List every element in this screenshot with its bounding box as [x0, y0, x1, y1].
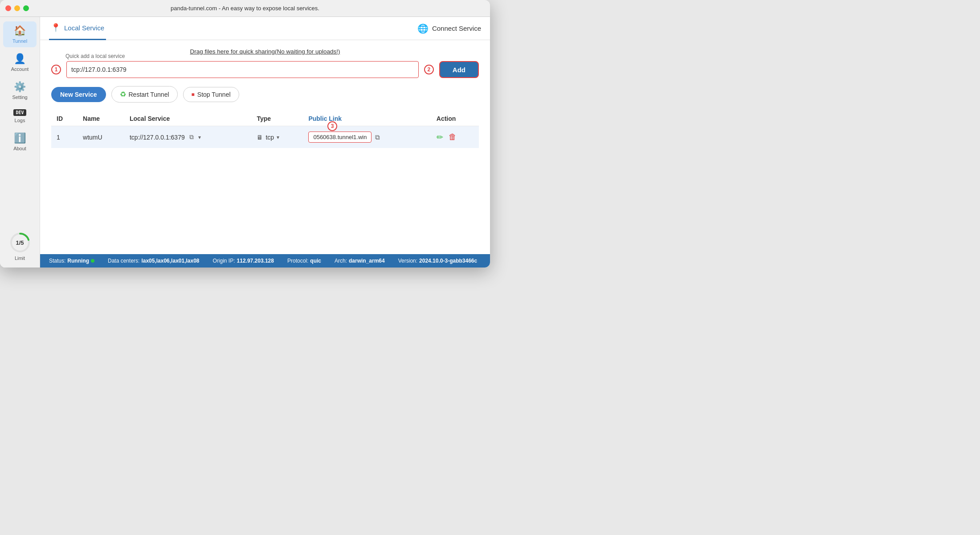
version-key: Version: — [398, 258, 417, 264]
col-local-service: Local Service — [124, 111, 251, 126]
action-buttons: New Service ♻ Restart Tunnel ■ Stop Tunn… — [51, 86, 479, 103]
sidebar-label-setting: Setting — [12, 95, 27, 100]
limit-container: 1/5 Limit — [9, 231, 31, 261]
type-value: tcp — [265, 134, 274, 141]
delete-button[interactable]: 🗑 — [449, 132, 457, 142]
status-value: Running — [67, 258, 89, 264]
table-header: ID Name Local Service Type Public Link A… — [51, 111, 479, 126]
sidebar-item-tunnel[interactable]: 🏠 Tunnel — [3, 21, 37, 47]
status-datacenters: Data centers: lax05,lax06,lax01,lax08 — [108, 258, 200, 264]
status-version: Version: 2024.10.0-3-gabb3466c — [398, 258, 477, 264]
tab-local-service[interactable]: 📍 Local Service — [49, 16, 106, 40]
status-protocol: Protocol: quic — [287, 258, 321, 264]
info-icon: ℹ️ — [14, 132, 26, 144]
local-service-value: tcp://127.0.0.1:6379 — [130, 134, 185, 141]
gear-icon: ⚙️ — [14, 81, 26, 93]
sidebar: 🏠 Tunnel 👤 Account ⚙️ Setting DEV Logs ℹ… — [0, 17, 40, 268]
quick-add-input[interactable] — [66, 61, 419, 78]
add-button[interactable]: Add — [439, 61, 479, 78]
sidebar-label-account: Account — [11, 66, 29, 72]
sidebar-label-tunnel: Tunnel — [12, 38, 27, 44]
tab-bar: 📍 Local Service 🌐 Connect Service — [40, 17, 490, 40]
cell-public-link: 0560638.tunnel1.win ⧉ — [303, 126, 431, 148]
col-id: ID — [51, 111, 78, 126]
limit-value: 1/5 — [16, 239, 24, 246]
globe-icon: 🌐 — [417, 23, 429, 34]
status-running: Status: Running — [49, 258, 94, 264]
cell-type: 🖥 tcp ▾ — [251, 126, 303, 148]
protocol-key: Protocol: — [287, 258, 308, 264]
origin-key: Origin IP: — [213, 258, 235, 264]
minimize-button[interactable] — [14, 5, 20, 11]
close-button[interactable] — [5, 5, 11, 11]
status-arch: Arch: darwin_arm64 — [335, 258, 385, 264]
app-container: 🏠 Tunnel 👤 Account ⚙️ Setting DEV Logs ℹ… — [0, 17, 490, 268]
status-dot — [91, 259, 94, 263]
arch-value: darwin_arm64 — [349, 258, 385, 264]
origin-value: 112.97.203.128 — [237, 258, 274, 264]
tab-local-service-label: Local Service — [64, 24, 104, 32]
maximize-button[interactable] — [23, 5, 29, 11]
traffic-lights — [5, 5, 29, 11]
main-content: 📍 Local Service 🌐 Connect Service Drag f… — [40, 17, 490, 268]
home-icon: 🏠 — [14, 25, 26, 37]
sidebar-label-logs: Logs — [15, 118, 25, 123]
logs-icon: DEV — [13, 109, 26, 116]
step-3-badge: 3 — [327, 121, 337, 131]
sidebar-item-setting[interactable]: ⚙️ Setting — [3, 78, 37, 103]
sidebar-item-about[interactable]: ℹ️ About — [3, 129, 37, 155]
account-icon: 👤 — [14, 53, 26, 65]
stop-tunnel-button[interactable]: ■ Stop Tunnel — [183, 87, 239, 102]
limit-label: Limit — [15, 255, 25, 261]
col-name: Name — [78, 111, 124, 126]
connect-service-tab[interactable]: 🌐 Connect Service — [417, 23, 481, 34]
restart-tunnel-button[interactable]: ♻ Restart Tunnel — [111, 86, 178, 103]
step-2-badge: 2 — [424, 65, 434, 74]
col-type: Type — [251, 111, 303, 126]
stop-icon: ■ — [192, 91, 195, 98]
local-service-icon: 📍 — [51, 23, 61, 33]
col-action: Action — [431, 111, 479, 126]
sidebar-item-account[interactable]: 👤 Account — [3, 49, 37, 75]
sidebar-label-about: About — [13, 146, 26, 151]
local-service-dropdown[interactable]: ▾ — [198, 134, 201, 140]
cell-id: 1 — [51, 126, 78, 148]
sidebar-item-logs[interactable]: DEV Logs — [3, 106, 37, 127]
copy-public-link-button[interactable]: ⧉ — [375, 133, 380, 141]
titlebar: panda-tunnel.com - An easy way to expose… — [0, 0, 490, 17]
stop-label: Stop Tunnel — [197, 91, 231, 98]
cell-name: wtumU — [78, 126, 124, 148]
quick-add-section: Quick add a local service 1 2 Add — [51, 61, 479, 78]
restart-label: Restart Tunnel — [129, 91, 169, 98]
type-icon: 🖥 — [257, 134, 263, 141]
datacenters-key: Data centers: — [108, 258, 139, 264]
edit-button[interactable]: ✏ — [437, 132, 443, 142]
datacenters-value: lax05,lax06,lax01,lax08 — [141, 258, 199, 264]
window-title: panda-tunnel.com - An easy way to expose… — [171, 5, 319, 12]
cell-action: ✏ 🗑 — [431, 126, 479, 148]
connect-service-label: Connect Service — [432, 25, 481, 32]
new-service-button[interactable]: New Service — [51, 87, 106, 102]
quick-add-label: Quick add a local service — [65, 53, 125, 59]
protocol-value: quic — [310, 258, 321, 264]
step-1-badge: 1 — [51, 65, 61, 74]
version-value: 2024.10.0-3-gabb3466c — [419, 258, 477, 264]
col-public-link: Public Link — [303, 111, 431, 126]
type-dropdown[interactable]: ▾ — [277, 134, 279, 140]
arch-key: Arch: — [335, 258, 347, 264]
table-row: 1 wtumU tcp://127.0.0.1:6379 ⧉ ▾ 🖥 tcp ▾… — [51, 126, 479, 148]
status-bar: Status: Running Data centers: lax05,lax0… — [40, 254, 490, 268]
table-wrapper: 3 ID Name Local Service Type Public Link… — [51, 111, 479, 148]
copy-local-service-button[interactable]: ⧉ — [188, 132, 195, 142]
limit-circle: 1/5 — [9, 231, 31, 254]
table-body: 1 wtumU tcp://127.0.0.1:6379 ⧉ ▾ 🖥 tcp ▾… — [51, 126, 479, 148]
content-area: Drag files here for quick sharing(No wai… — [40, 40, 490, 254]
services-table: ID Name Local Service Type Public Link A… — [51, 111, 479, 148]
cell-local-service: tcp://127.0.0.1:6379 ⧉ ▾ — [124, 126, 251, 148]
status-key: Status: — [49, 258, 65, 264]
restart-icon: ♻ — [120, 90, 126, 99]
status-origin-ip: Origin IP: 112.97.203.128 — [213, 258, 274, 264]
public-link-value: 0560638.tunnel1.win — [308, 132, 372, 143]
tabs-left: 📍 Local Service — [49, 16, 106, 40]
